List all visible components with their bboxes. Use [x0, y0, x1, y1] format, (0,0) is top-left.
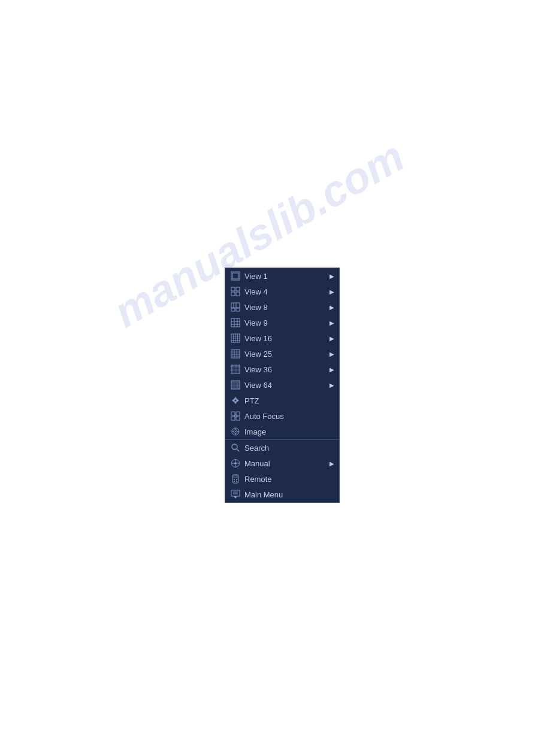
svg-point-85 [234, 479, 235, 480]
svg-marker-61 [237, 399, 239, 402]
view9-icon [230, 317, 241, 328]
menu-label-view1: View 1 [244, 272, 330, 281]
svg-point-88 [236, 481, 237, 482]
menu-label-view64: View 64 [244, 381, 330, 390]
menu-arrow-view1: ▶ [330, 273, 334, 280]
menu-arrow-view4: ▶ [330, 289, 334, 295]
mainmenu-icon [230, 489, 241, 500]
view64-icon [230, 379, 241, 390]
menu-item-mainmenu[interactable]: Main Menu [225, 487, 339, 502]
svg-rect-23 [231, 350, 240, 358]
svg-point-86 [236, 479, 237, 480]
svg-rect-5 [236, 292, 240, 296]
menu-label-view16: View 16 [244, 334, 330, 343]
svg-point-75 [232, 444, 237, 450]
menu-arrow-view25: ▶ [330, 351, 334, 357]
menu-arrow-view9: ▶ [330, 320, 334, 326]
menu-label-mainmenu: Main Menu [244, 490, 334, 499]
manual-icon [230, 458, 241, 469]
svg-point-87 [234, 481, 235, 482]
svg-rect-9 [231, 308, 235, 311]
menu-label-view9: View 9 [244, 318, 330, 327]
svg-rect-11 [231, 318, 240, 327]
svg-marker-90 [234, 496, 237, 499]
svg-rect-2 [231, 287, 235, 291]
view25-icon [230, 348, 241, 359]
menu-label-remote: Remote [244, 475, 334, 484]
svg-point-78 [234, 462, 237, 464]
view1-icon [230, 271, 241, 281]
image-icon [230, 426, 241, 437]
view16-icon [230, 333, 241, 344]
autofocus-icon [230, 411, 241, 421]
svg-rect-6 [231, 303, 240, 308]
menu-item-ptz[interactable]: PTZ [225, 393, 339, 408]
ptz-icon [230, 395, 241, 406]
context-menu: View 1 ▶ View 4 ▶ View 8 ▶ [225, 268, 340, 503]
svg-rect-10 [236, 308, 240, 311]
svg-rect-3 [236, 287, 240, 291]
menu-item-view64[interactable]: View 64 ▶ [225, 377, 339, 393]
svg-line-76 [237, 449, 239, 451]
svg-point-62 [234, 399, 237, 402]
svg-rect-63 [231, 412, 235, 415]
menu-label-view36: View 36 [244, 365, 330, 374]
remote-icon [230, 473, 241, 484]
menu-item-view4[interactable]: View 4 ▶ [225, 284, 339, 299]
menu-item-manual[interactable]: Manual ▶ [225, 456, 339, 471]
menu-label-search: Search [244, 444, 334, 453]
menu-label-image: Image [244, 427, 334, 436]
menu-label-ptz: PTZ [244, 396, 334, 405]
menu-item-view36[interactable]: View 36 ▶ [225, 362, 339, 377]
menu-label-view8: View 8 [244, 303, 330, 312]
menu-arrow-view16: ▶ [330, 335, 334, 342]
svg-rect-66 [236, 417, 240, 420]
svg-rect-84 [234, 476, 237, 478]
svg-rect-4 [231, 292, 235, 296]
menu-item-view8[interactable]: View 8 ▶ [225, 299, 339, 315]
menu-label-view25: View 25 [244, 350, 330, 359]
menu-item-remote[interactable]: Remote [225, 471, 339, 487]
svg-point-70 [235, 431, 236, 432]
menu-item-view25[interactable]: View 25 ▶ [225, 346, 339, 362]
menu-item-view9[interactable]: View 9 ▶ [225, 315, 339, 330]
menu-item-autofocus[interactable]: Auto Focus [225, 408, 339, 424]
menu-arrow-view64: ▶ [330, 382, 334, 388]
menu-label-view4: View 4 [244, 287, 330, 296]
svg-rect-64 [236, 412, 240, 415]
view36-icon [230, 364, 241, 375]
view8-icon [230, 302, 241, 312]
svg-rect-65 [231, 417, 235, 420]
menu-arrow-view36: ▶ [330, 366, 334, 373]
menu-item-view1[interactable]: View 1 ▶ [225, 268, 339, 284]
menu-item-image[interactable]: Image [225, 424, 339, 439]
menu-label-autofocus: Auto Focus [244, 412, 334, 421]
menu-arrow-view8: ▶ [330, 304, 334, 311]
svg-rect-1 [232, 273, 238, 279]
svg-point-67 [234, 415, 237, 417]
search-icon [230, 442, 241, 453]
menu-arrow-manual: ▶ [330, 460, 334, 467]
menu-item-view16[interactable]: View 16 ▶ [225, 330, 339, 346]
menu-item-search[interactable]: Search [225, 439, 339, 456]
svg-rect-89 [231, 490, 240, 496]
svg-marker-60 [232, 399, 234, 402]
view4-icon [230, 286, 241, 297]
menu-label-manual: Manual [244, 459, 330, 468]
